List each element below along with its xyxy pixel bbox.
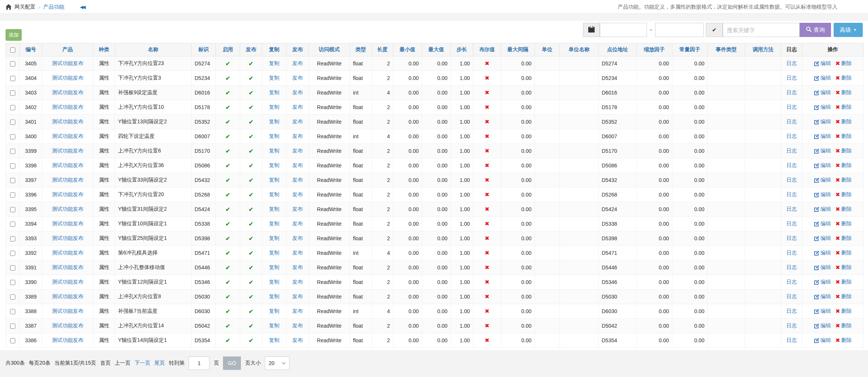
breadcrumb-section[interactable]: 网关配置 bbox=[15, 4, 35, 10]
publish-link[interactable]: 发布 bbox=[292, 264, 303, 270]
edit-link[interactable]: 编辑 bbox=[821, 133, 831, 140]
product-link[interactable]: 测试功能发布 bbox=[52, 162, 83, 168]
delete-icon[interactable]: ✖ bbox=[836, 118, 840, 125]
row-checkbox[interactable] bbox=[10, 61, 15, 67]
log-link[interactable]: 日志 bbox=[787, 118, 797, 124]
publish-link[interactable]: 发布 bbox=[292, 60, 303, 66]
log-link[interactable]: 日志 bbox=[787, 322, 797, 328]
edit-icon[interactable] bbox=[814, 294, 819, 299]
publish-link[interactable]: 发布 bbox=[292, 148, 303, 154]
copy-link[interactable]: 复制 bbox=[269, 148, 279, 154]
log-link[interactable]: 日志 bbox=[787, 250, 797, 256]
product-link[interactable]: 测试功能发布 bbox=[52, 308, 83, 314]
edit-link[interactable]: 编辑 bbox=[821, 60, 831, 67]
edit-icon[interactable] bbox=[814, 90, 819, 95]
copy-link[interactable]: 复制 bbox=[269, 104, 279, 110]
log-link[interactable]: 日志 bbox=[787, 89, 797, 95]
edit-link[interactable]: 编辑 bbox=[821, 308, 831, 315]
date-from-input[interactable] bbox=[600, 23, 647, 37]
log-link[interactable]: 日志 bbox=[787, 148, 797, 154]
edit-icon[interactable] bbox=[814, 61, 819, 66]
delete-link[interactable]: 删除 bbox=[841, 75, 852, 81]
page-size-select[interactable]: 20 bbox=[265, 356, 289, 370]
delete-link[interactable]: 删除 bbox=[841, 293, 852, 300]
log-link[interactable]: 日志 bbox=[787, 337, 797, 343]
product-link[interactable]: 测试功能发布 bbox=[52, 264, 83, 270]
copy-link[interactable]: 复制 bbox=[269, 89, 279, 95]
copy-link[interactable]: 复制 bbox=[269, 264, 279, 270]
copy-link[interactable]: 复制 bbox=[269, 118, 279, 124]
log-link[interactable]: 日志 bbox=[787, 177, 797, 183]
edit-link[interactable]: 编辑 bbox=[821, 279, 831, 285]
delete-link[interactable]: 删除 bbox=[841, 118, 852, 125]
advanced-button[interactable]: 高级 ▼ bbox=[834, 23, 863, 37]
delete-icon[interactable]: ✖ bbox=[836, 177, 840, 183]
delete-icon[interactable]: ✖ bbox=[836, 322, 840, 329]
product-link[interactable]: 测试功能发布 bbox=[52, 279, 83, 285]
product-link[interactable]: 测试功能发布 bbox=[52, 322, 83, 328]
row-checkbox[interactable] bbox=[10, 120, 15, 125]
edit-link[interactable]: 编辑 bbox=[821, 337, 831, 344]
next-page-link[interactable]: 下一页 bbox=[134, 360, 150, 367]
home-icon[interactable] bbox=[6, 4, 12, 10]
edit-link[interactable]: 编辑 bbox=[821, 322, 831, 329]
copy-link[interactable]: 复制 bbox=[269, 133, 279, 139]
prev-page-link[interactable]: 上一页 bbox=[115, 360, 130, 367]
product-link[interactable]: 测试功能发布 bbox=[52, 220, 83, 226]
delete-link[interactable]: 删除 bbox=[841, 133, 852, 140]
delete-icon[interactable]: ✖ bbox=[836, 60, 840, 67]
publish-link[interactable]: 发布 bbox=[292, 133, 303, 139]
delete-link[interactable]: 删除 bbox=[841, 148, 852, 154]
log-link[interactable]: 日志 bbox=[787, 235, 797, 241]
edit-icon[interactable] bbox=[814, 207, 819, 212]
delete-icon[interactable]: ✖ bbox=[836, 162, 840, 169]
row-checkbox[interactable] bbox=[10, 105, 15, 110]
edit-link[interactable]: 编辑 bbox=[821, 177, 831, 183]
delete-icon[interactable]: ✖ bbox=[836, 75, 840, 81]
publish-link[interactable]: 发布 bbox=[292, 75, 303, 81]
product-link[interactable]: 测试功能发布 bbox=[52, 104, 83, 110]
log-link[interactable]: 日志 bbox=[787, 104, 797, 110]
row-checkbox[interactable] bbox=[10, 294, 15, 300]
edit-link[interactable]: 编辑 bbox=[821, 75, 831, 81]
edit-link[interactable]: 编辑 bbox=[821, 89, 831, 96]
row-checkbox[interactable] bbox=[10, 192, 15, 198]
copy-link[interactable]: 复制 bbox=[269, 206, 279, 212]
edit-link[interactable]: 编辑 bbox=[821, 293, 831, 300]
delete-link[interactable]: 删除 bbox=[841, 279, 852, 285]
row-checkbox[interactable] bbox=[10, 280, 15, 285]
log-link[interactable]: 日志 bbox=[787, 206, 797, 212]
edit-icon[interactable] bbox=[814, 75, 819, 81]
log-link[interactable]: 日志 bbox=[787, 162, 797, 168]
product-link[interactable]: 测试功能发布 bbox=[52, 250, 83, 256]
log-link[interactable]: 日志 bbox=[787, 264, 797, 270]
copy-link[interactable]: 复制 bbox=[269, 191, 279, 197]
copy-link[interactable]: 复制 bbox=[269, 60, 279, 66]
delete-icon[interactable]: ✖ bbox=[836, 148, 840, 154]
log-link[interactable]: 日志 bbox=[787, 60, 797, 66]
delete-icon[interactable]: ✖ bbox=[836, 89, 840, 96]
search-input[interactable] bbox=[723, 23, 800, 37]
edit-icon[interactable] bbox=[814, 119, 819, 124]
edit-icon[interactable] bbox=[814, 236, 819, 241]
edit-icon[interactable] bbox=[814, 163, 819, 168]
row-checkbox[interactable] bbox=[10, 163, 15, 169]
publish-link[interactable]: 发布 bbox=[292, 118, 303, 124]
publish-link[interactable]: 发布 bbox=[292, 250, 303, 256]
edit-icon[interactable] bbox=[814, 148, 819, 154]
edit-icon[interactable] bbox=[814, 279, 819, 285]
copy-link[interactable]: 复制 bbox=[269, 75, 279, 81]
row-checkbox[interactable] bbox=[10, 251, 15, 256]
log-link[interactable]: 日志 bbox=[787, 279, 797, 285]
product-link[interactable]: 测试功能发布 bbox=[52, 177, 83, 183]
goto-page-input[interactable] bbox=[189, 356, 210, 370]
delete-link[interactable]: 删除 bbox=[841, 191, 852, 198]
copy-link[interactable]: 复制 bbox=[269, 177, 279, 183]
delete-link[interactable]: 删除 bbox=[841, 162, 852, 169]
edit-link[interactable]: 编辑 bbox=[821, 206, 831, 213]
edit-link[interactable]: 编辑 bbox=[821, 220, 831, 227]
edit-link[interactable]: 编辑 bbox=[821, 191, 831, 198]
copy-link[interactable]: 复制 bbox=[269, 250, 279, 256]
add-button[interactable]: 添加 bbox=[6, 29, 22, 41]
delete-icon[interactable]: ✖ bbox=[836, 235, 840, 242]
